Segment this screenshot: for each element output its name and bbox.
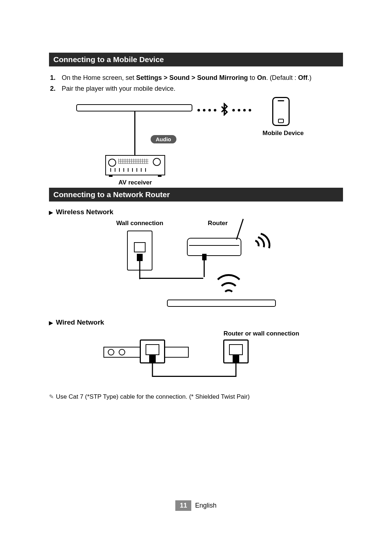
text: . (Default : [266, 74, 298, 81]
label-router-or-wall: Router or wall connection [220, 330, 303, 337]
av-receiver-icon [105, 155, 165, 175]
player-device-icon [76, 104, 192, 111]
bluetooth-icon [218, 103, 231, 117]
text: Wired Network [56, 318, 104, 326]
section-title-mobile: Connecting to a Mobile Device [49, 53, 343, 66]
pill-audio: Audio [151, 135, 176, 143]
page-number: 11 [175, 500, 191, 511]
label-router: Router [198, 220, 238, 227]
label-mobile-device: Mobile Device [258, 130, 309, 137]
text: .) [307, 74, 311, 81]
label-av-receiver: AV receiver [105, 179, 165, 186]
section-title-router: Connecting to a Network Router [49, 188, 343, 202]
player-device-icon [167, 300, 276, 307]
subheading-wired: Wired Network [49, 318, 343, 326]
page-language: English [195, 502, 216, 509]
text: On the Home screen, set [62, 74, 136, 81]
menu-path: Settings > Sound > Sound Mirroring [136, 74, 248, 81]
wall-outlet-icon [127, 231, 152, 270]
instruction-list: On the Home screen, set Settings > Sound… [49, 73, 343, 93]
subheading-wireless: Wireless Network [49, 208, 343, 216]
router-icon [187, 238, 241, 256]
text: to [248, 74, 257, 81]
note-cable: Use Cat 7 (*STP Type) cable for the conn… [49, 393, 343, 400]
phone-icon [272, 97, 290, 126]
label-wall-connection: Wall connection [111, 220, 169, 227]
instruction-step-2: Pair the player with your mobile device. [58, 84, 343, 93]
text: Wireless Network [56, 208, 113, 216]
diagram-mobile-connection: Mobile Device Audio AV receiver [76, 101, 345, 188]
diagram-wireless: Wall connection Router [71, 220, 339, 314]
cable-icon [140, 278, 203, 279]
ethernet-port-icon [140, 339, 165, 363]
cable-icon [152, 376, 236, 377]
value-on: On [257, 74, 266, 81]
wall-ethernet-icon [223, 339, 249, 363]
page-footer: 11English [0, 500, 392, 511]
value-off: Off [298, 74, 307, 81]
cable-line-icon [134, 111, 135, 155]
note-text: Use Cat 7 (*STP Type) cable for the conn… [56, 393, 250, 400]
triangle-icon [49, 208, 56, 216]
note-icon [49, 393, 56, 400]
diagram-wired [71, 339, 339, 387]
bluetooth-link-icon [196, 103, 253, 117]
instruction-step-1: On the Home screen, set Settings > Sound… [58, 73, 343, 82]
triangle-icon [49, 318, 56, 326]
